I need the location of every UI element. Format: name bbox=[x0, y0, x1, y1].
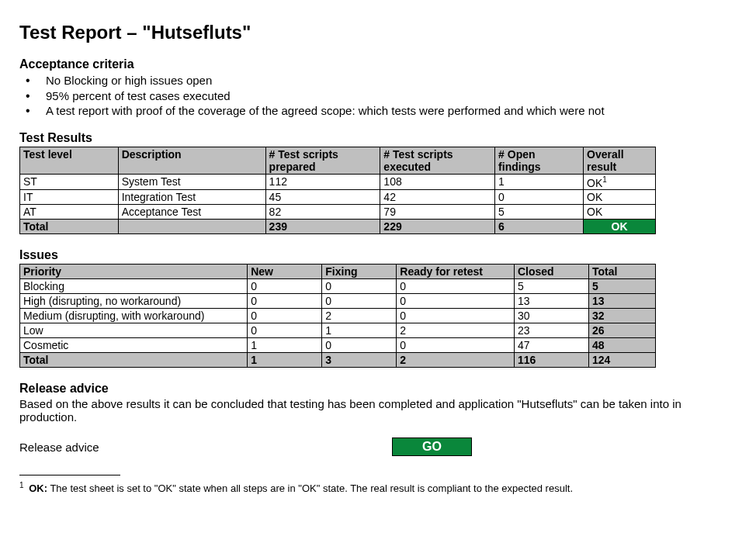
cell-total: 32 bbox=[589, 309, 656, 323]
table-row: ATAcceptance Test82795OK bbox=[20, 205, 656, 220]
release-decision: GO bbox=[392, 437, 472, 456]
col-open: # Open findings bbox=[495, 147, 584, 174]
release-text: Based on the above results it can be con… bbox=[19, 397, 737, 424]
footnote-text: The test sheet is set to "OK" state when… bbox=[47, 482, 573, 494]
cell-closed-total: 116 bbox=[514, 353, 588, 368]
cell-level: IT bbox=[20, 190, 119, 205]
cell-result: OK1 bbox=[584, 174, 656, 190]
acceptance-list: No Blocking or high issues open 95% perc… bbox=[19, 73, 737, 119]
table-row: Low0122326 bbox=[20, 323, 656, 338]
cell-executed: 42 bbox=[380, 190, 495, 205]
page-title: Test Report – "Hutsefluts" bbox=[19, 22, 737, 43]
table-row: High (disrupting, no workaround)0001313 bbox=[20, 294, 656, 309]
col-total: Total bbox=[589, 265, 656, 279]
footnote-label: OK: bbox=[29, 482, 47, 494]
cell-new: 1 bbox=[248, 338, 322, 353]
cell-prepared: 82 bbox=[265, 205, 380, 220]
cell-desc: Integration Test bbox=[118, 190, 265, 205]
cell-total: 48 bbox=[589, 338, 656, 353]
cell-ready: 0 bbox=[397, 294, 515, 309]
cell-ready: 0 bbox=[397, 309, 515, 323]
cell-total: 13 bbox=[589, 294, 656, 309]
cell-total-label: Total bbox=[20, 353, 248, 368]
cell-fixing: 0 bbox=[322, 294, 397, 309]
cell-priority: High (disrupting, no workaround) bbox=[20, 294, 248, 309]
cell-result: OK bbox=[584, 190, 656, 205]
cell-level: AT bbox=[20, 205, 119, 220]
cell-fixing: 2 bbox=[322, 309, 397, 323]
table-total-row: Total2392296OK bbox=[20, 220, 656, 234]
col-test-level: Test level bbox=[20, 147, 119, 174]
table-row: Blocking00055 bbox=[20, 279, 656, 294]
cell-total-label: Total bbox=[20, 220, 119, 234]
cell-priority: Low bbox=[20, 323, 248, 338]
cell-executed: 108 bbox=[380, 174, 495, 190]
cell-new: 0 bbox=[248, 294, 322, 309]
cell-new-total: 1 bbox=[248, 353, 322, 368]
cell-new: 0 bbox=[248, 279, 322, 294]
cell-priority: Medium (disrupting, with workaround) bbox=[20, 309, 248, 323]
cell-closed: 5 bbox=[514, 279, 588, 294]
cell-closed: 47 bbox=[514, 338, 588, 353]
cell-fixing: 0 bbox=[322, 279, 397, 294]
cell-new: 0 bbox=[248, 323, 322, 338]
cell-desc: Acceptance Test bbox=[118, 205, 265, 220]
criteria-item: 95% percent of test cases executed bbox=[24, 88, 737, 104]
col-result: Overall result bbox=[584, 147, 656, 174]
cell-open: 1 bbox=[495, 174, 584, 190]
cell-ready: 0 bbox=[397, 338, 515, 353]
issues-heading: Issues bbox=[19, 248, 737, 262]
footnote-sup: 1 bbox=[19, 481, 24, 489]
cell-desc: System Test bbox=[118, 174, 265, 190]
cell-executed-total: 229 bbox=[380, 220, 495, 234]
issues-table: Priority New Fixing Ready for retest Clo… bbox=[19, 264, 656, 368]
cell-fixing: 0 bbox=[322, 338, 397, 353]
test-results-heading: Test Results bbox=[19, 131, 737, 145]
cell-result: OK bbox=[584, 205, 656, 220]
col-prepared: # Test scripts prepared bbox=[265, 147, 380, 174]
cell-prepared: 45 bbox=[265, 190, 380, 205]
cell-closed: 23 bbox=[514, 323, 588, 338]
cell-closed: 13 bbox=[514, 294, 588, 309]
cell-priority: Blocking bbox=[20, 279, 248, 294]
cell-prepared: 112 bbox=[265, 174, 380, 190]
release-label: Release advice bbox=[19, 441, 392, 454]
col-executed: # Test scripts executed bbox=[380, 147, 495, 174]
cell-prepared-total: 239 bbox=[265, 220, 380, 234]
cell-level: ST bbox=[20, 174, 119, 190]
table-row: Medium (disrupting, with workaround)0203… bbox=[20, 309, 656, 323]
col-closed: Closed bbox=[514, 265, 588, 279]
col-description: Description bbox=[118, 147, 265, 174]
col-fixing: Fixing bbox=[322, 265, 397, 279]
cell-total: 26 bbox=[589, 323, 656, 338]
col-ready: Ready for retest bbox=[397, 265, 515, 279]
table-row: Cosmetic1004748 bbox=[20, 338, 656, 353]
acceptance-heading: Acceptance criteria bbox=[19, 57, 737, 71]
cell-grand-total: 124 bbox=[589, 353, 656, 368]
cell-open: 5 bbox=[495, 205, 584, 220]
cell-ready: 2 bbox=[397, 323, 515, 338]
cell-new: 0 bbox=[248, 309, 322, 323]
cell-result-total: OK bbox=[584, 220, 656, 234]
cell-ready: 0 bbox=[397, 279, 515, 294]
cell-closed: 30 bbox=[514, 309, 588, 323]
cell-blank bbox=[118, 220, 265, 234]
cell-open-total: 6 bbox=[495, 220, 584, 234]
footnote: 1 OK: The test sheet is set to "OK" stat… bbox=[19, 480, 737, 496]
col-new: New bbox=[248, 265, 322, 279]
cell-ready-total: 2 bbox=[397, 353, 515, 368]
cell-open: 0 bbox=[495, 190, 584, 205]
table-row: ITIntegration Test45420OK bbox=[20, 190, 656, 205]
release-heading: Release advice bbox=[19, 382, 737, 396]
cell-priority: Cosmetic bbox=[20, 338, 248, 353]
cell-total: 5 bbox=[589, 279, 656, 294]
footnote-divider bbox=[19, 475, 120, 475]
cell-fixing: 1 bbox=[322, 323, 397, 338]
table-total-row: Total132116124 bbox=[20, 353, 656, 368]
criteria-item: A test report with proof of the coverage… bbox=[24, 103, 737, 119]
cell-fixing-total: 3 bbox=[322, 353, 397, 368]
criteria-item: No Blocking or high issues open bbox=[24, 73, 737, 88]
cell-executed: 79 bbox=[380, 205, 495, 220]
table-row: STSystem Test1121081OK1 bbox=[20, 174, 656, 190]
col-priority: Priority bbox=[20, 265, 248, 279]
